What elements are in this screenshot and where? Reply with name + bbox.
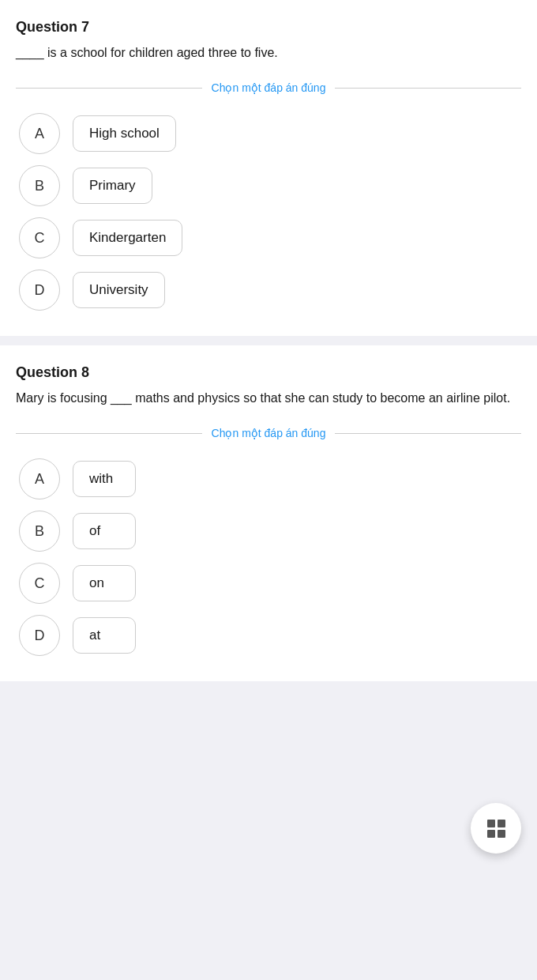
option-a-circle: A: [19, 113, 60, 154]
option-c-circle: C: [19, 217, 60, 258]
grid-icon: [487, 820, 505, 838]
option-b-label-q8: of: [73, 513, 136, 549]
question-7-divider: Chọn một đáp án đúng: [16, 81, 521, 94]
question-8-text: Mary is focusing ___ maths and physics s…: [16, 389, 521, 408]
option-d-circle-q8: D: [19, 615, 60, 656]
divider-right: [335, 88, 521, 89]
question-8-instruction: Chọn một đáp án đúng: [202, 427, 336, 439]
fab-grid-button[interactable]: [471, 803, 521, 854]
question-7-block: Question 7 ____ is a school for children…: [0, 0, 537, 336]
option-d-label: University: [73, 272, 165, 308]
option-a-label: High school: [73, 115, 176, 152]
question-8-option-d[interactable]: D at: [19, 615, 518, 656]
option-d-circle: D: [19, 270, 60, 311]
question-7-instruction: Chọn một đáp án đúng: [202, 81, 336, 94]
option-a-circle-q8: A: [19, 458, 60, 499]
grid-square-1: [487, 820, 495, 827]
question-7-options: A High school B Primary C Kindergarten D…: [16, 113, 521, 311]
option-c-circle-q8: C: [19, 563, 60, 604]
question-8-title: Question 8: [16, 364, 521, 381]
grid-square-4: [498, 830, 505, 838]
question-7-option-c[interactable]: C Kindergarten: [19, 217, 518, 258]
question-7-option-d[interactable]: D University: [19, 270, 518, 311]
option-b-circle: B: [19, 165, 60, 206]
option-d-label-q8: at: [73, 617, 136, 654]
question-7-option-b[interactable]: B Primary: [19, 165, 518, 206]
question-7-text: ____ is a school for children aged three…: [16, 43, 521, 62]
grid-square-3: [487, 830, 495, 838]
option-c-label-q8: on: [73, 565, 136, 601]
grid-square-2: [498, 820, 505, 827]
option-c-label: Kindergarten: [73, 220, 182, 256]
option-b-circle-q8: B: [19, 511, 60, 552]
divider-left-2: [16, 433, 202, 434]
divider-left: [16, 88, 202, 89]
question-8-divider: Chọn một đáp án đúng: [16, 427, 521, 439]
question-8-option-c[interactable]: C on: [19, 563, 518, 604]
question-7-title: Question 7: [16, 19, 521, 36]
question-8-option-a[interactable]: A with: [19, 458, 518, 499]
option-a-label-q8: with: [73, 461, 136, 497]
option-b-label: Primary: [73, 168, 152, 204]
divider-right-2: [335, 433, 521, 434]
question-8-option-b[interactable]: B of: [19, 511, 518, 552]
question-7-option-a[interactable]: A High school: [19, 113, 518, 154]
question-8-block: Question 8 Mary is focusing ___ maths an…: [0, 345, 537, 681]
question-8-options: A with B of C on D at: [16, 458, 521, 656]
